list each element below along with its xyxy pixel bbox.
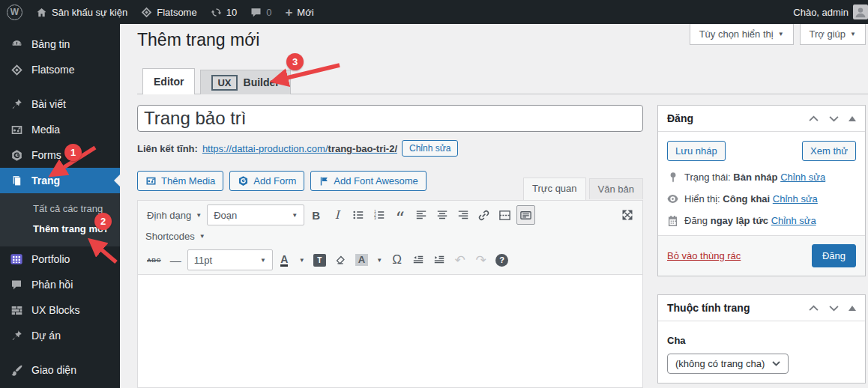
- post-title-input[interactable]: [137, 105, 643, 132]
- publish-panel-footer: Bỏ vào thùng rác Đăng: [658, 235, 865, 276]
- account-menu[interactable]: Chào, admin: [786, 0, 868, 24]
- tab-editor[interactable]: Editor: [142, 68, 195, 94]
- comment-bubble-icon: [9, 279, 24, 291]
- align-center-button[interactable]: [433, 205, 451, 225]
- visual-tab[interactable]: Trực quan: [523, 178, 586, 200]
- move-down-icon[interactable]: [828, 305, 840, 312]
- special-character-button[interactable]: Ω: [388, 250, 406, 270]
- paragraph-select[interactable]: Đoạn ▼: [207, 204, 304, 225]
- fullscreen-icon: [621, 209, 633, 221]
- strikethrough-button[interactable]: ABC: [144, 250, 164, 270]
- permalink-link[interactable]: https://dattai-production.com/trang-bao-…: [202, 143, 397, 154]
- sidebar-item-appearance[interactable]: Giao diện: [0, 357, 120, 383]
- permalink-base: https://dattai-production.com/: [202, 143, 328, 154]
- paste-as-text-button[interactable]: T: [310, 250, 329, 270]
- align-right-button[interactable]: [453, 205, 472, 225]
- insert-link-button[interactable]: [474, 205, 493, 225]
- wp-logo-menu[interactable]: W: [0, 0, 29, 24]
- edit-permalink-button[interactable]: Chỉnh sửa: [402, 140, 458, 157]
- align-left-button[interactable]: [412, 205, 430, 225]
- sidebar-item-dashboard[interactable]: Bảng tin: [0, 31, 120, 57]
- format-dropdown[interactable]: Định dạng ▼: [144, 210, 205, 221]
- updates-icon: [211, 7, 222, 18]
- sidebar-item-forms[interactable]: Forms: [0, 142, 120, 168]
- outdent-icon: [412, 254, 424, 266]
- move-up-icon[interactable]: [808, 305, 819, 312]
- parent-label: Cha: [667, 335, 856, 346]
- text-color-caret[interactable]: ▼: [296, 250, 308, 270]
- blockquote-button[interactable]: “: [391, 205, 409, 225]
- toolbar-row-1: Định dạng ▼ Đoạn ▼ B I 123 “: [138, 201, 642, 229]
- read-more-button[interactable]: [495, 205, 514, 225]
- sidebar-label: Bảng tin: [31, 38, 70, 50]
- visibility-row: Hiển thị: Công khai Chỉnh sửa: [667, 193, 856, 204]
- clear-formatting-button[interactable]: [331, 250, 350, 270]
- plus-icon: +: [285, 6, 292, 19]
- publish-panel: Đăng Lưu nháp Xem thử Trạng th: [657, 105, 866, 276]
- new-content-menu[interactable]: + Mới: [278, 0, 320, 24]
- updates-menu[interactable]: 10: [204, 0, 244, 24]
- bold-button[interactable]: B: [307, 205, 325, 225]
- page-body: Tùy chọn hiển thị ▼ Trợ giúp ▼ Thêm tran…: [120, 24, 868, 388]
- page-attributes-header[interactable]: Thuộc tính trang: [658, 295, 865, 321]
- text-tab[interactable]: Văn bản: [589, 178, 643, 199]
- sidebar-item-comments[interactable]: Phản hồi: [0, 272, 120, 297]
- paragraph-label: Đoạn: [214, 210, 237, 221]
- screen-options-button[interactable]: Tùy chọn hiển thị ▼: [690, 24, 794, 45]
- move-to-trash-link[interactable]: Bỏ vào thùng rác: [667, 250, 741, 261]
- caret-down-icon: ▼: [196, 212, 202, 219]
- highlight-color-button[interactable]: A: [352, 250, 371, 270]
- fullscreen-button[interactable]: [618, 205, 636, 225]
- comments-count: 0: [266, 7, 271, 18]
- caret-down-icon: ▼: [778, 31, 784, 37]
- collapse-panel-icon[interactable]: [849, 116, 856, 121]
- save-draft-button[interactable]: Lưu nháp: [667, 141, 726, 161]
- bullet-list-button[interactable]: [349, 205, 367, 225]
- edit-schedule-link[interactable]: Chỉnh sửa: [771, 215, 816, 226]
- pages-icon: [9, 175, 24, 187]
- publish-button[interactable]: Đăng: [812, 244, 856, 267]
- help-button[interactable]: Trợ giúp ▼: [800, 24, 866, 45]
- sidebar-item-portfolio[interactable]: Portfolio: [0, 246, 120, 272]
- editor-content-area[interactable]: [138, 274, 642, 387]
- keyboard-icon: [519, 209, 532, 222]
- sidebar-item-pages[interactable]: Trang: [0, 168, 120, 193]
- greeting-label: Chào, admin: [793, 7, 849, 18]
- horizontal-rule-button[interactable]: —: [166, 250, 185, 270]
- font-size-label: 11pt: [194, 255, 212, 266]
- toolbar-toggle-button[interactable]: [516, 205, 535, 225]
- flatsome-menu[interactable]: Flatsome: [134, 0, 203, 24]
- outdent-button[interactable]: [409, 250, 427, 270]
- tab-ux-builder[interactable]: UX Builder: [200, 70, 290, 94]
- indent-button[interactable]: [430, 250, 448, 270]
- edit-visibility-link[interactable]: Chỉnh sửa: [773, 193, 818, 204]
- sidebar-item-posts[interactable]: Bài viết: [0, 91, 120, 117]
- sidebar-item-media[interactable]: Media: [0, 117, 120, 142]
- site-name-menu[interactable]: Sân khấu sự kiện: [29, 0, 134, 24]
- sidebar-item-projects[interactable]: Dự án: [0, 323, 120, 348]
- permalink-row: Liên kết tĩnh: https://dattai-production…: [137, 140, 458, 157]
- comments-menu[interactable]: 0: [244, 0, 278, 24]
- parent-page-value: (không có trang cha): [675, 358, 765, 369]
- text-color-button[interactable]: A: [275, 250, 294, 270]
- edit-status-link[interactable]: Chỉnh sửa: [780, 172, 825, 183]
- help-toolbar-button[interactable]: ?: [492, 250, 511, 270]
- numbered-list-button[interactable]: 123: [370, 205, 388, 225]
- toolbar-row-2: Shortcodes ▼: [138, 229, 642, 246]
- sidebar-item-flatsome[interactable]: Flatsome: [0, 57, 120, 82]
- italic-button[interactable]: I: [328, 205, 346, 225]
- publish-panel-header[interactable]: Đăng: [658, 106, 865, 132]
- shortcodes-dropdown[interactable]: Shortcodes ▼: [145, 231, 208, 242]
- redo-button[interactable]: ↷: [471, 250, 490, 270]
- move-up-icon[interactable]: [808, 115, 819, 122]
- collapse-panel-icon[interactable]: [849, 306, 856, 311]
- preview-button[interactable]: Xem thử: [802, 141, 856, 161]
- sidebar-item-ux-blocks[interactable]: UX Blocks: [0, 297, 120, 323]
- move-down-icon[interactable]: [828, 115, 840, 122]
- tab-builder-label: Builder: [244, 76, 280, 88]
- highlight-color-caret[interactable]: ▼: [373, 250, 385, 270]
- schedule-label: Đăng: [684, 215, 708, 226]
- undo-button[interactable]: ↶: [450, 250, 469, 270]
- font-size-select[interactable]: 11pt ▼: [187, 249, 273, 270]
- parent-page-select[interactable]: (không có trang cha): [667, 354, 789, 374]
